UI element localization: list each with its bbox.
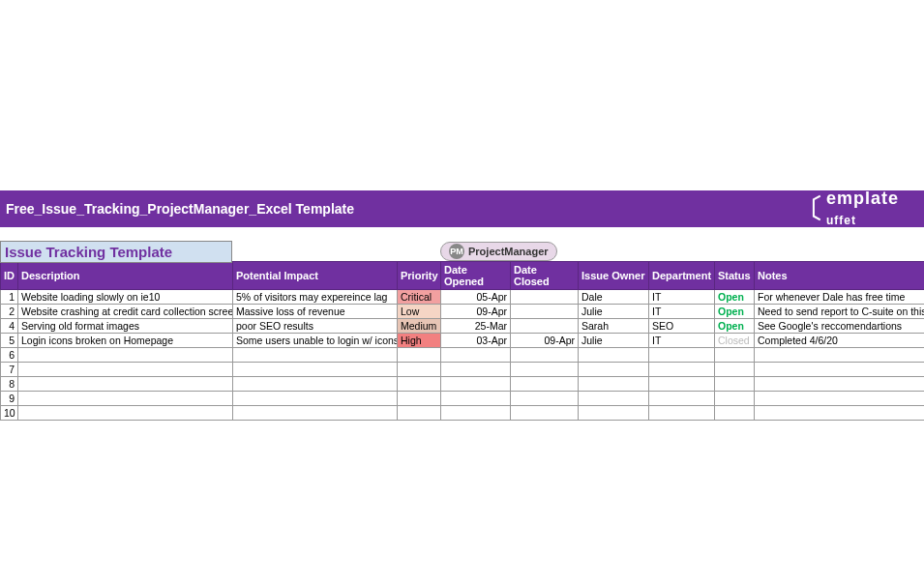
- table-row[interactable]: 8: [1, 377, 925, 392]
- cell-status[interactable]: [715, 363, 755, 377]
- cell-priority[interactable]: [398, 392, 441, 406]
- cell-description[interactable]: [18, 377, 233, 392]
- cell-opened[interactable]: [441, 348, 511, 363]
- table-row[interactable]: 7: [1, 363, 925, 377]
- cell-priority[interactable]: [398, 348, 441, 363]
- cell-department[interactable]: [649, 392, 715, 406]
- cell-department[interactable]: SEO: [649, 319, 715, 334]
- table-row[interactable]: 9: [1, 392, 925, 406]
- cell-owner[interactable]: [579, 348, 649, 363]
- cell-closed[interactable]: [511, 406, 579, 421]
- cell-opened[interactable]: [441, 377, 511, 392]
- cell-impact[interactable]: [233, 363, 398, 377]
- cell-department[interactable]: IT: [649, 290, 715, 305]
- cell-description[interactable]: Serving old format images: [18, 319, 233, 334]
- cell-priority[interactable]: Critical: [398, 290, 441, 305]
- cell-owner[interactable]: [579, 377, 649, 392]
- cell-impact[interactable]: [233, 377, 398, 392]
- cell-closed[interactable]: [511, 348, 579, 363]
- cell-department[interactable]: [649, 348, 715, 363]
- cell-id[interactable]: 5: [1, 334, 18, 348]
- cell-opened[interactable]: 05-Apr: [441, 290, 511, 305]
- cell-owner[interactable]: [579, 392, 649, 406]
- cell-description[interactable]: Login icons broken on Homepage: [18, 334, 233, 348]
- cell-owner[interactable]: [579, 406, 649, 421]
- cell-priority[interactable]: [398, 377, 441, 392]
- cell-status[interactable]: [715, 392, 755, 406]
- banner-logo: 〔 emplate uffet: [796, 189, 918, 229]
- cell-description[interactable]: [18, 406, 233, 421]
- cell-description[interactable]: [18, 392, 233, 406]
- cell-description[interactable]: [18, 363, 233, 377]
- cell-owner[interactable]: Dale: [579, 290, 649, 305]
- cell-description[interactable]: [18, 348, 233, 363]
- cell-owner[interactable]: Sarah: [579, 319, 649, 334]
- cell-owner[interactable]: [579, 363, 649, 377]
- cell-status[interactable]: Open: [715, 290, 755, 305]
- cell-description[interactable]: Website crashing at credit card collecti…: [18, 305, 233, 319]
- cell-department[interactable]: [649, 363, 715, 377]
- cell-priority[interactable]: Medium: [398, 319, 441, 334]
- cell-id[interactable]: 8: [1, 377, 18, 392]
- cell-opened[interactable]: [441, 392, 511, 406]
- cell-impact[interactable]: [233, 348, 398, 363]
- cell-description[interactable]: Website loading slowly on ie10: [18, 290, 233, 305]
- cell-notes[interactable]: Need to send report to C-suite on this: [755, 305, 925, 319]
- cell-id[interactable]: 9: [1, 392, 18, 406]
- cell-department[interactable]: IT: [649, 334, 715, 348]
- cell-notes[interactable]: Completed 4/6/20: [755, 334, 925, 348]
- cell-notes[interactable]: See Google's reccomendartions: [755, 319, 925, 334]
- cell-id[interactable]: 6: [1, 348, 18, 363]
- cell-opened[interactable]: [441, 363, 511, 377]
- table-row[interactable]: 2Website crashing at credit card collect…: [1, 305, 925, 319]
- cell-notes[interactable]: [755, 348, 925, 363]
- table-row[interactable]: 1Website loading slowly on ie105% of vis…: [1, 290, 925, 305]
- cell-status[interactable]: [715, 377, 755, 392]
- cell-notes[interactable]: [755, 406, 925, 421]
- cell-closed[interactable]: [511, 392, 579, 406]
- cell-notes[interactable]: For whenever Dale has free time: [755, 290, 925, 305]
- cell-impact[interactable]: Massive loss of revenue: [233, 305, 398, 319]
- cell-closed[interactable]: [511, 319, 579, 334]
- cell-impact[interactable]: poor SEO results: [233, 319, 398, 334]
- cell-closed[interactable]: [511, 377, 579, 392]
- table-row[interactable]: 6: [1, 348, 925, 363]
- cell-department[interactable]: IT: [649, 305, 715, 319]
- table-row[interactable]: 4Serving old format imagespoor SEO resul…: [1, 319, 925, 334]
- table-row[interactable]: 10: [1, 406, 925, 421]
- cell-impact[interactable]: [233, 392, 398, 406]
- cell-id[interactable]: 2: [1, 305, 18, 319]
- cell-id[interactable]: 1: [1, 290, 18, 305]
- cell-opened[interactable]: [441, 406, 511, 421]
- cell-owner[interactable]: Julie: [579, 334, 649, 348]
- cell-impact[interactable]: 5% of visitors may expereince lag: [233, 290, 398, 305]
- cell-closed[interactable]: [511, 363, 579, 377]
- cell-status[interactable]: Open: [715, 305, 755, 319]
- cell-status[interactable]: [715, 406, 755, 421]
- cell-priority[interactable]: High: [398, 334, 441, 348]
- cell-notes[interactable]: [755, 392, 925, 406]
- cell-opened[interactable]: 09-Apr: [441, 305, 511, 319]
- cell-department[interactable]: [649, 406, 715, 421]
- cell-priority[interactable]: Low: [398, 305, 441, 319]
- cell-impact[interactable]: Some users unable to login w/ icons: [233, 334, 398, 348]
- cell-id[interactable]: 4: [1, 319, 18, 334]
- cell-id[interactable]: 7: [1, 363, 18, 377]
- cell-impact[interactable]: [233, 406, 398, 421]
- cell-closed[interactable]: [511, 290, 579, 305]
- cell-owner[interactable]: Julie: [579, 305, 649, 319]
- cell-opened[interactable]: 03-Apr: [441, 334, 511, 348]
- cell-notes[interactable]: [755, 363, 925, 377]
- cell-status[interactable]: Open: [715, 319, 755, 334]
- cell-priority[interactable]: [398, 406, 441, 421]
- cell-status[interactable]: Closed: [715, 334, 755, 348]
- cell-closed[interactable]: [511, 305, 579, 319]
- cell-status[interactable]: [715, 348, 755, 363]
- cell-priority[interactable]: [398, 363, 441, 377]
- table-row[interactable]: 5Login icons broken on HomepageSome user…: [1, 334, 925, 348]
- cell-notes[interactable]: [755, 377, 925, 392]
- cell-opened[interactable]: 25-Mar: [441, 319, 511, 334]
- cell-id[interactable]: 10: [1, 406, 18, 421]
- cell-closed[interactable]: 09-Apr: [511, 334, 579, 348]
- cell-department[interactable]: [649, 377, 715, 392]
